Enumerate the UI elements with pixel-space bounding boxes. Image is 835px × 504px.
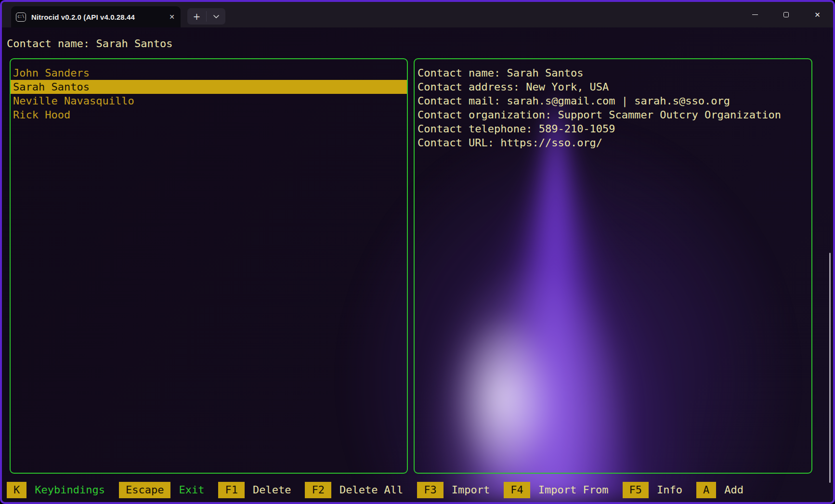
close-button[interactable]: ✕	[802, 2, 833, 27]
terminal-window: c:\ Nitrocid v0.2.0 (API v4.0.28.44 ✕ + …	[0, 0, 835, 504]
keybinding-keybindings: K Keybindings	[7, 482, 105, 498]
contact-list-item[interactable]: Rick Hood	[11, 108, 407, 122]
contact-list: John Sanders Sarah Santos Neville Navasq…	[11, 59, 407, 122]
keybinding-label: Exit	[179, 482, 204, 498]
detail-contact-name: Contact name: Sarah Santos	[418, 66, 809, 80]
key-chip-f2[interactable]: F2	[305, 482, 331, 498]
terminal-tab[interactable]: c:\ Nitrocid v0.2.0 (API v4.0.28.44 ✕	[11, 6, 181, 27]
keybinding-label: Add	[724, 482, 744, 498]
minimize-icon	[752, 14, 758, 15]
chevron-down-icon	[213, 15, 219, 18]
keybinding-add: A Add	[696, 482, 744, 498]
tab-actions: +	[187, 8, 225, 25]
detail-contact-mail: Contact mail: sarah.s@gmail.com | sarah.…	[418, 94, 809, 108]
detail-contact-telephone: Contact telephone: 589-210-1059	[418, 122, 809, 136]
contact-list-panel: John Sanders Sarah Santos Neville Navasq…	[10, 58, 408, 474]
detail-contact-organization: Contact organization: Support Scammer Ou…	[418, 108, 809, 122]
keybinding-info: F5 Info	[623, 482, 682, 498]
keybinding-import-from: F4 Import From	[504, 482, 608, 498]
tab-dropdown-button[interactable]	[207, 8, 225, 25]
detail-contact-url: Contact URL: https://sso.org/	[418, 136, 809, 150]
tab-close-icon[interactable]: ✕	[169, 13, 175, 20]
keybinding-delete: F1 Delete	[218, 482, 291, 498]
keybinding-exit: Escape Exit	[119, 482, 204, 498]
new-tab-button[interactable]: +	[187, 8, 206, 25]
contact-list-item-selected[interactable]: Sarah Santos	[11, 80, 407, 94]
tab-title: Nitrocid v0.2.0 (API v4.0.28.44	[31, 13, 164, 21]
maximize-icon	[783, 12, 789, 17]
contact-details: Contact name: Sarah Santos Contact addre…	[415, 59, 811, 150]
key-chip-f5[interactable]: F5	[623, 482, 649, 498]
key-chip-escape[interactable]: Escape	[119, 482, 170, 498]
contact-name-header: Contact name: Sarah Santos	[7, 37, 172, 51]
close-icon: ✕	[814, 11, 821, 19]
keybinding-label: Delete	[253, 482, 291, 498]
minimize-button[interactable]	[739, 2, 770, 27]
terminal-content: Contact name: Sarah Santos John Sanders …	[2, 27, 833, 502]
key-chip-a[interactable]: A	[696, 482, 716, 498]
contact-list-item[interactable]: Neville Navasquillo	[11, 94, 407, 108]
window-controls: ✕	[739, 2, 833, 27]
key-chip-f4[interactable]: F4	[504, 482, 530, 498]
key-chip-k[interactable]: K	[7, 482, 26, 498]
maximize-button[interactable]	[770, 2, 802, 27]
keybinding-label: Import From	[538, 482, 609, 498]
keybinding-import: F3 Import	[417, 482, 490, 498]
contact-list-item[interactable]: John Sanders	[11, 66, 407, 80]
keybinding-label: Keybindings	[35, 482, 105, 498]
keybinding-label: Delete All	[339, 482, 403, 498]
key-chip-f1[interactable]: F1	[218, 482, 245, 498]
detail-contact-address: Contact address: New York, USA	[418, 80, 809, 94]
contact-details-panel: Contact name: Sarah Santos Contact addre…	[414, 58, 812, 474]
key-chip-f3[interactable]: F3	[417, 482, 444, 498]
keybindings-bar: K Keybindings Escape Exit F1 Delete F2 D…	[7, 482, 744, 498]
keybinding-label: Import	[452, 482, 490, 498]
scrollbar-thumb[interactable]	[829, 253, 831, 483]
command-prompt-icon: c:\	[16, 13, 26, 22]
keybinding-label: Info	[657, 482, 682, 498]
keybinding-delete-all: F2 Delete All	[305, 482, 403, 498]
tab-bar: c:\ Nitrocid v0.2.0 (API v4.0.28.44 ✕ + …	[2, 2, 833, 27]
